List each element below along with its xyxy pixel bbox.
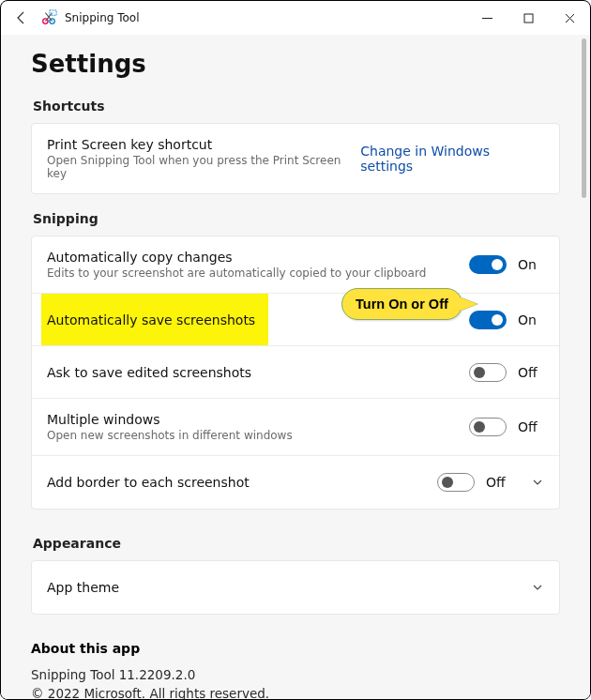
about-version: Snipping Tool 11.2209.2.0 [31,665,560,684]
window-title: Snipping Tool [65,11,139,24]
row-title: Automatically save screenshots [47,312,255,327]
toggle-state: On [518,312,544,327]
multiple-windows-row: Multiple windows Open new screenshots in… [32,399,559,456]
close-button[interactable] [549,1,590,35]
row-title: Ask to save edited screenshots [47,365,469,380]
scrollbar-thumb[interactable] [582,38,586,198]
add-border-row[interactable]: Add border to each screenshot Off [32,456,559,509]
row-subtitle: Edits to your screenshot are automatical… [47,266,469,280]
toggle-state: Off [518,419,544,434]
about-copyright: © 2022 Microsoft. All rights reserved. [31,684,560,699]
toggle-state: On [518,257,544,272]
section-shortcuts-label: Shortcuts [33,99,560,114]
row-title: Multiple windows [47,412,469,427]
toggle-state: Off [486,475,512,490]
chevron-down-icon [531,476,544,489]
row-subtitle: Open Snipping Tool when you press the Pr… [47,154,360,180]
chevron-down-icon [531,581,544,594]
auto-save-toggle[interactable] [469,311,507,329]
minimize-button[interactable] [466,1,508,35]
row-subtitle: Open new screenshots in different window… [47,429,469,442]
row-title: Automatically copy changes [47,250,469,265]
ask-save-toggle[interactable] [469,363,507,382]
change-in-windows-link[interactable]: Change in Windows settings [360,144,544,174]
section-snipping-label: Snipping [33,211,560,226]
ask-save-row: Ask to save edited screenshots Off [32,346,559,399]
row-title: App theme [47,580,523,595]
maximize-button[interactable] [508,1,549,35]
about-header: About this app [31,641,560,656]
app-theme-row[interactable]: App theme [32,561,559,614]
multiple-windows-toggle[interactable] [469,418,507,436]
auto-save-row: Turn On or Off Automatically save screen… [32,294,559,346]
add-border-toggle[interactable] [437,473,475,492]
back-button[interactable] [8,5,35,31]
toggle-state: Off [518,365,544,380]
print-screen-shortcut-row: Print Screen key shortcut Open Snipping … [32,124,559,193]
row-title: Add border to each screenshot [47,475,437,490]
svg-rect-3 [524,14,533,23]
auto-copy-row: Automatically copy changes Edits to your… [32,236,559,294]
row-title: Print Screen key shortcut [47,137,360,152]
section-appearance-label: Appearance [33,536,560,551]
auto-copy-toggle[interactable] [469,255,507,274]
snipping-tool-icon [40,9,57,26]
page-title: Settings [31,35,560,99]
